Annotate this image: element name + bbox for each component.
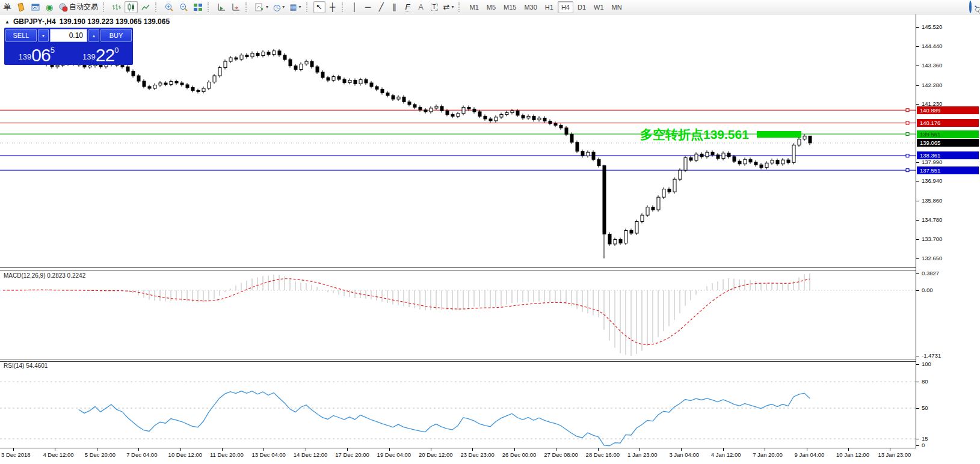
level-line-anchor[interactable] [906, 121, 909, 124]
tile-windows-button[interactable] [191, 1, 205, 13]
level-line-anchor[interactable] [906, 109, 909, 112]
y-axis-tick [916, 220, 919, 221]
candle-body [224, 61, 227, 67]
candle-body [278, 51, 281, 55]
text-tool-icon: A [418, 3, 424, 11]
price-chart-pane[interactable]: 多空转折点139.561 [0, 14, 916, 267]
cursor-tool-button[interactable]: ↖ [313, 1, 325, 13]
crosshair-tool-button[interactable]: ┼ [327, 1, 339, 13]
candle-body [652, 207, 655, 210]
line-chart-button[interactable] [139, 1, 152, 13]
y-axis-tick [916, 66, 919, 66]
y-axis-tick [916, 258, 919, 259]
macd-pane[interactable] [0, 270, 916, 359]
macd-axis-label: -1.4731 [922, 352, 941, 359]
candle-body [191, 87, 194, 90]
candlestick-chart-icon [126, 2, 136, 12]
auto-scroll-button[interactable] [215, 1, 228, 13]
new-order-button[interactable] [14, 1, 28, 13]
candle-body [294, 66, 297, 70]
candle-body [180, 83, 183, 85]
timeframe-button-d1[interactable]: D1 [574, 1, 590, 13]
timeframe-button-m1[interactable]: M1 [466, 1, 482, 13]
candle-body [706, 152, 709, 156]
candle-body [88, 66, 91, 67]
candle-body [473, 109, 476, 111]
time-axis-tick [598, 448, 599, 451]
signals-icon: ◉ [46, 3, 53, 11]
timeframe-button-m15[interactable]: M15 [500, 1, 520, 13]
vertical-line-tool-button[interactable]: │ [349, 1, 361, 13]
time-axis-label: 10 Dec 12:00 [168, 451, 203, 458]
highlight-zone[interactable] [757, 131, 801, 138]
sell-price-display[interactable]: 139 06 5 [5, 43, 68, 64]
zoom-in-icon [164, 2, 174, 12]
candle-body [749, 159, 752, 162]
cursor-icon: ↖ [316, 3, 322, 11]
price-axis[interactable]: 145.520144.440143.360142.280141.230137.9… [916, 14, 980, 448]
zoom-out-button[interactable] [177, 1, 190, 13]
timeframe-button-w1[interactable]: W1 [590, 1, 608, 13]
zoom-in-button[interactable] [162, 1, 176, 13]
candle-body [229, 58, 232, 61]
label-tool-button[interactable]: T [428, 1, 440, 13]
trendline-tool-button[interactable]: ╱ [375, 1, 387, 13]
rsi-pane[interactable] [0, 361, 916, 448]
autotrading-icon [58, 2, 68, 12]
candle-body [424, 110, 427, 112]
candle-body [153, 85, 156, 88]
timeframe-button-h4[interactable]: H4 [558, 1, 573, 13]
time-axis[interactable]: 3 Dec 20184 Dec 12:005 Dec 20:007 Dec 04… [0, 448, 980, 464]
turning-point-annotation[interactable]: 多空转折点139.561 [640, 127, 749, 142]
candle-body [413, 105, 416, 107]
chart-shift-button[interactable] [229, 1, 242, 13]
autotrading-button[interactable]: 自动交易 [57, 1, 100, 13]
candle-body [733, 157, 736, 161]
level-line-anchor[interactable] [906, 169, 909, 172]
time-axis-label: 5 Dec 20:00 [85, 451, 116, 458]
timeframe-button-m5[interactable]: M5 [483, 1, 499, 13]
timeframe-button-mn[interactable]: MN [608, 1, 626, 13]
candle-body [532, 116, 535, 120]
candle-body [711, 152, 714, 154]
search-button[interactable] [969, 2, 972, 13]
add-indicator-button[interactable]: ▾ [253, 1, 270, 13]
horizontal-line-tool-button[interactable]: ─ [362, 1, 374, 13]
shapes-tool-button[interactable]: ⇄ ▾ [442, 1, 456, 13]
fibonacci-tool-button[interactable]: F [402, 1, 414, 13]
bar-chart-button[interactable] [110, 1, 123, 13]
toolbar-grip [342, 2, 346, 12]
rsi-axis-label: 50 [922, 404, 928, 411]
candle-body [262, 52, 265, 56]
volume-increase-button[interactable]: ▲ [88, 29, 99, 42]
y-axis-tick [916, 239, 919, 240]
volume-input[interactable]: 0.10 [50, 29, 87, 42]
buy-button[interactable]: BUY [100, 29, 132, 42]
buy-price-display[interactable]: 139 22 0 [70, 43, 132, 64]
candle-body [300, 64, 303, 70]
y-axis-label: 145.520 [922, 23, 942, 30]
candle-body [430, 108, 433, 112]
timeframe-button-h1[interactable]: H1 [541, 1, 557, 13]
price-badge: 139.065 [917, 139, 979, 147]
signals-button[interactable]: ◉ [43, 1, 55, 13]
candle-body [408, 102, 411, 104]
sell-button[interactable]: SELL [5, 29, 37, 42]
candlestick-chart-button[interactable] [125, 1, 138, 13]
timeframe-button-m30[interactable]: M30 [520, 1, 540, 13]
new-chart-button[interactable] [29, 1, 42, 13]
templates-button[interactable]: ▦ ▾ [288, 1, 303, 13]
volume-decrease-button[interactable]: ▼ [38, 29, 49, 42]
channel-tool-button[interactable]: ∥ [389, 1, 401, 13]
candle-body [527, 116, 530, 118]
text-tool-button[interactable]: A [415, 1, 427, 13]
level-line-anchor[interactable] [906, 154, 909, 157]
candle-body [105, 64, 108, 67]
level-line-anchor[interactable] [906, 133, 909, 136]
arrows-shapes-icon: ⇄ [443, 3, 450, 11]
candle-body [402, 97, 405, 102]
periods-button[interactable]: ◷ ▾ [271, 1, 286, 13]
orders-menu-label[interactable]: 单 [1, 1, 13, 13]
sell-price-base: 139 [19, 52, 32, 61]
label-tool-icon: T [431, 4, 438, 11]
